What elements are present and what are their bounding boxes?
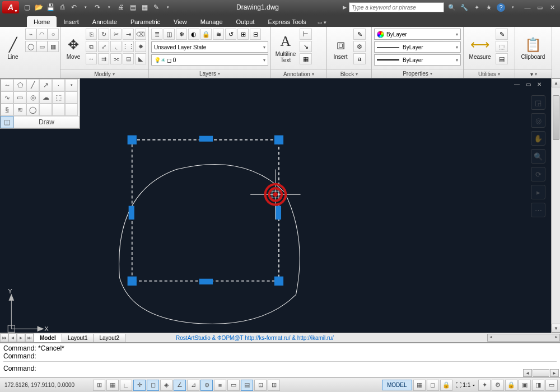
- rect-icon[interactable]: ▭: [36, 41, 48, 52]
- binoculars-icon[interactable]: 🔍: [447, 3, 456, 12]
- leader-icon[interactable]: ↘: [300, 41, 312, 52]
- helix-icon[interactable]: §: [1, 104, 13, 116]
- donut-icon[interactable]: ◎: [26, 91, 39, 104]
- rotate-icon[interactable]: ↻: [98, 29, 109, 40]
- props-icon[interactable]: ✎: [152, 3, 161, 12]
- draw-palette[interactable]: ～ ⬠ ╱ ↗ · ▾ ∿ ▭ ◎ ☁ ⬚ § ≋ ◯ ◫ Draw: [0, 78, 80, 129]
- annovis-button[interactable]: ✦: [478, 380, 491, 391]
- sheet-icon[interactable]: ▦: [140, 3, 149, 12]
- xline-icon[interactable]: ╱: [26, 79, 39, 91]
- mirror-icon[interactable]: ⧉: [86, 41, 97, 52]
- stretch-icon[interactable]: ↔: [86, 53, 97, 64]
- nav-more-icon[interactable]: ⋯: [531, 203, 545, 217]
- am-button[interactable]: ⊞: [268, 380, 280, 391]
- vertical-scrollbar[interactable]: ▲ ▼: [551, 78, 560, 333]
- annoscale-icon[interactable]: 🔒: [440, 380, 452, 391]
- blank2-icon[interactable]: [39, 104, 52, 116]
- ellipse-icon[interactable]: ◯: [25, 41, 36, 52]
- canvas[interactable]: X Y: [0, 78, 560, 337]
- block-edit-icon[interactable]: ⚙: [353, 41, 366, 52]
- hatch-icon[interactable]: ▦: [48, 41, 59, 52]
- layer-a-icon[interactable]: ⊞: [237, 29, 249, 40]
- scroll-down-button[interactable]: ▼: [552, 324, 560, 333]
- grid-button[interactable]: ▦: [106, 380, 119, 391]
- iso-button[interactable]: ◨: [532, 380, 544, 391]
- revcloud-icon[interactable]: ☁: [39, 91, 52, 104]
- layer-current-combo[interactable]: 💡☀◻ 0: [151, 54, 268, 66]
- lwt-button[interactable]: ≡: [214, 380, 226, 391]
- scale-icon[interactable]: ⤢: [98, 41, 109, 52]
- polygon-icon[interactable]: ⬠: [13, 79, 26, 91]
- cmd-scroll-right[interactable]: ►: [550, 369, 559, 377]
- ray-icon[interactable]: ↗: [39, 79, 52, 91]
- circle-icon[interactable]: ○: [48, 29, 59, 40]
- lineweight-combo[interactable]: ByLayer: [374, 54, 461, 66]
- panel-utilities-title[interactable]: Utilities: [464, 69, 515, 78]
- block-create-icon[interactable]: ✎: [353, 29, 366, 40]
- layer-iso-icon[interactable]: ◫: [164, 29, 175, 40]
- layer-off-icon[interactable]: ◐: [188, 29, 199, 40]
- torus-icon[interactable]: ◯: [26, 104, 39, 116]
- print-icon[interactable]: 🖨: [116, 3, 125, 12]
- key-icon[interactable]: 🔧: [460, 3, 469, 12]
- linetype-combo[interactable]: ByLayer: [374, 41, 461, 53]
- pline-icon[interactable]: ⌁: [25, 29, 36, 40]
- doc-close-button[interactable]: ✕: [535, 81, 543, 87]
- layer-lock-icon[interactable]: 🔒: [200, 29, 212, 40]
- 3dosnap-button[interactable]: ◈: [160, 380, 172, 391]
- tab-manage[interactable]: Manage: [194, 16, 230, 27]
- modelspace-button[interactable]: MODEL: [382, 380, 412, 390]
- redo-icon[interactable]: ↷: [93, 3, 102, 12]
- blank-icon[interactable]: [65, 91, 78, 104]
- help-drop-icon[interactable]: ▾: [508, 3, 517, 12]
- cmd-scroll-track[interactable]: [533, 369, 549, 377]
- trim-icon[interactable]: ✂: [110, 29, 122, 40]
- horizontal-scrollbar[interactable]: [487, 334, 560, 342]
- minimize-button[interactable]: —: [522, 3, 533, 11]
- tab-insert[interactable]: Insert: [57, 16, 86, 27]
- qp-button[interactable]: ▤: [241, 380, 253, 391]
- util-a-icon[interactable]: ✎: [496, 29, 508, 40]
- star-icon[interactable]: ★: [484, 3, 493, 12]
- wipeout-icon[interactable]: ⬚: [52, 91, 65, 104]
- layer-props-icon[interactable]: ≣: [151, 29, 162, 40]
- cmd-scroll-left[interactable]: ◄: [523, 369, 532, 377]
- undo-drop-icon[interactable]: ▾: [81, 3, 90, 12]
- polar-button[interactable]: ✛: [133, 380, 146, 391]
- restore-button[interactable]: ▭: [534, 3, 545, 11]
- help-search-input[interactable]: [349, 2, 444, 12]
- doc-restore-button[interactable]: ▭: [524, 81, 532, 87]
- clean-button[interactable]: ▭: [545, 380, 558, 391]
- close-button[interactable]: ✕: [547, 3, 558, 11]
- command-window[interactable]: Command: *Cancel* Command: Command: ◄ ►: [0, 343, 560, 377]
- qsave-icon[interactable]: ⎙: [58, 3, 67, 12]
- panel-annotation-title[interactable]: Annotation: [271, 69, 326, 78]
- app-menu-button[interactable]: A: [2, 1, 19, 13]
- offset-icon[interactable]: ⇉: [98, 53, 109, 64]
- block-attr-icon[interactable]: a: [353, 53, 366, 64]
- snap-button[interactable]: ⊞: [93, 380, 105, 391]
- tpy-button[interactable]: ▭: [227, 380, 240, 391]
- copy-icon[interactable]: ⎘: [86, 29, 97, 40]
- panel-properties-title[interactable]: Properties: [372, 69, 463, 78]
- point-icon[interactable]: ·: [52, 79, 65, 91]
- chamfer-icon[interactable]: ◣: [135, 53, 146, 64]
- layer-prev-icon[interactable]: ↺: [225, 29, 236, 40]
- point-drop-icon[interactable]: ▾: [65, 79, 78, 91]
- steering-wheel-icon[interactable]: ◎: [531, 113, 545, 128]
- lock-icon[interactable]: ✦: [472, 3, 481, 12]
- break-icon[interactable]: ⊟: [123, 53, 134, 64]
- showmotion-icon[interactable]: ▸: [531, 185, 545, 199]
- tab-view[interactable]: View: [167, 16, 194, 27]
- fillet-icon[interactable]: ◟: [110, 41, 122, 52]
- dim-icon[interactable]: ⊢: [300, 29, 312, 40]
- open-icon[interactable]: 📂: [34, 3, 43, 12]
- publish-icon[interactable]: ▤: [128, 3, 137, 12]
- scale-readout[interactable]: ⛶ 1:1 ▾: [454, 382, 477, 388]
- tab-output[interactable]: Output: [230, 16, 262, 27]
- scroll-up-button[interactable]: ▲: [552, 78, 560, 87]
- otrack-button[interactable]: ∠: [174, 380, 186, 391]
- drawing-area[interactable]: ～ ⬠ ╱ ↗ · ▾ ∿ ▭ ◎ ☁ ⬚ § ≋ ◯ ◫ Draw —: [0, 78, 560, 333]
- color-combo[interactable]: ByLayer: [374, 29, 461, 40]
- extend-icon[interactable]: ⇥: [123, 29, 134, 40]
